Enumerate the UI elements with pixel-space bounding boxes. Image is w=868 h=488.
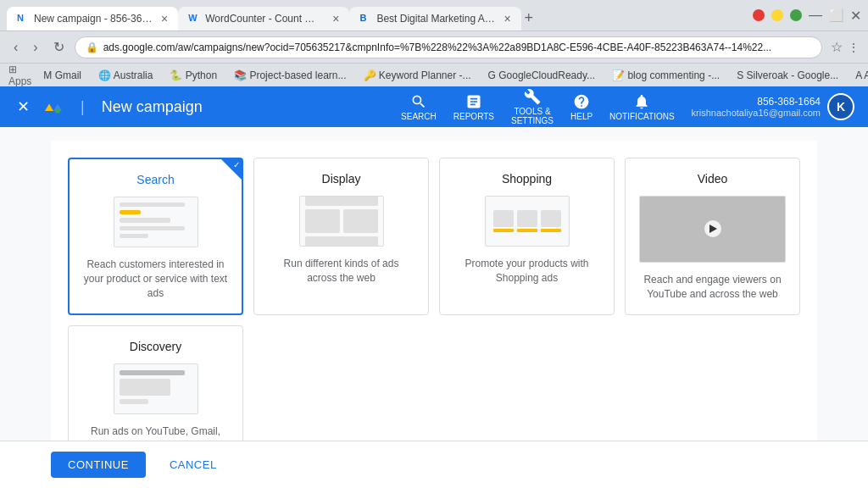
tab-bar-row: N New campaign - 856-368-1664 × W WordCo… — [0, 0, 868, 30]
shop-bar-1 — [493, 229, 514, 232]
address-text: ads.google.com/aw/campaigns/new?ocid=705… — [103, 42, 772, 53]
new-tab-button[interactable]: + — [521, 6, 537, 30]
illus-line-1 — [120, 202, 185, 207]
display-illustration — [299, 196, 384, 247]
traffic-light-green — [790, 9, 802, 21]
bookmark-gmail[interactable]: M Gmail — [38, 68, 86, 83]
ads-header: ✕ | New campaign SEARCH REPORTS TOOLS &S… — [0, 86, 868, 127]
help-nav-label: HELP — [570, 112, 593, 121]
reports-nav-label: REPORTS — [453, 112, 494, 121]
search-card-title: Search — [136, 173, 174, 186]
maximize-button[interactable]: ⬜ — [829, 8, 843, 22]
shop-bar-3 — [541, 229, 561, 232]
page-title: New campaign — [102, 98, 203, 116]
video-illustration — [639, 196, 786, 263]
footer: CONTINUE CANCEL — [0, 441, 868, 488]
ads-close-button[interactable]: ✕ — [14, 94, 33, 119]
display-block-4 — [305, 236, 378, 247]
illus-line-5 — [120, 234, 148, 238]
traffic-light-red — [753, 9, 765, 21]
campaign-type-section: Search Reach customers interested in you… — [51, 141, 817, 441]
tab-close-1[interactable]: × — [161, 12, 168, 25]
shop-item-2 — [517, 210, 537, 232]
header-nav: SEARCH REPORTS TOOLS &SETTINGS HELP NOTI… — [401, 88, 854, 125]
bookmark-python[interactable]: 🐍 Python — [164, 68, 222, 83]
shopping-card-title: Shopping — [502, 172, 552, 186]
apps-bookmark[interactable]: ⊞ Apps — [8, 64, 31, 87]
cancel-button[interactable]: CANCEL — [156, 452, 231, 478]
shopping-illustration — [485, 196, 570, 247]
campaign-type-shopping[interactable]: Shopping — [439, 158, 615, 315]
forward-button[interactable]: › — [28, 36, 42, 58]
play-button-icon — [704, 220, 721, 237]
discovery-illustration — [114, 363, 198, 414]
close-window-button[interactable]: ✕ — [850, 8, 861, 24]
continue-button[interactable]: CONTINUE — [51, 452, 146, 478]
disc-line-1 — [120, 370, 185, 375]
shop-img-2 — [517, 210, 537, 227]
search-nav-item[interactable]: SEARCH — [401, 93, 437, 121]
help-nav-item[interactable]: HELP — [570, 93, 593, 121]
campaign-type-video[interactable]: Video Reach and engage viewers on YouTub… — [625, 158, 800, 315]
display-card-description: Run different kinds of ads across the we… — [268, 257, 415, 286]
browser-chrome: N New campaign - 856-368-1664 × W WordCo… — [0, 0, 868, 86]
bookmark-gcloud[interactable]: G GoogleCloudReady... — [483, 68, 601, 83]
tab-favicon-3: B — [359, 13, 371, 25]
play-triangle-icon — [709, 225, 717, 233]
tools-nav-label: TOOLS &SETTINGS — [511, 107, 554, 125]
user-email: krishnachotaliya16@gmail.com — [692, 108, 821, 118]
bookmark-keyword[interactable]: 🔑 Keyword Planner -... — [359, 68, 476, 83]
campaign-type-search[interactable]: Search Reach customers interested in you… — [68, 158, 243, 315]
shop-item-3 — [541, 210, 561, 232]
bookmark-australia[interactable]: 🌐 Australia — [93, 68, 158, 83]
main-content: Search Reach customers interested in you… — [0, 127, 868, 441]
tab-title-2: WordCounter - Count Words &... — [205, 13, 324, 25]
tab-title-1: New campaign - 856-368-1664 — [34, 13, 153, 25]
app-container: N New campaign - 856-368-1664 × W WordCo… — [0, 0, 868, 488]
shop-img-3 — [541, 210, 561, 227]
bookmark-blog[interactable]: 📝 blog commenting -... — [607, 68, 725, 83]
star-icon[interactable]: ☆ — [831, 39, 843, 55]
search-nav-label: SEARCH — [401, 112, 437, 121]
display-card-title: Display — [322, 172, 361, 186]
reload-button[interactable]: ↻ — [48, 36, 70, 58]
campaign-types-grid: Search Reach customers interested in you… — [68, 158, 800, 315]
bookmarks-bar: ⊞ Apps M Gmail 🌐 Australia 🐍 Python 📚 Pr… — [0, 63, 868, 86]
search-card-description: Reach customers interested in your produ… — [83, 258, 228, 300]
notifications-nav-label: NOTIFICATIONS — [609, 112, 674, 121]
video-card-title: Video — [698, 172, 728, 186]
address-bar[interactable]: 🔒 ads.google.com/aw/campaigns/new?ocid=7… — [75, 36, 822, 58]
campaign-type-discovery[interactable]: Discovery Run ads on YouTube, Gmail, Dis… — [68, 325, 243, 441]
illus-line-4 — [120, 226, 185, 230]
discovery-card-title: Discovery — [130, 340, 181, 353]
tab-close-2[interactable]: × — [332, 12, 339, 25]
illus-line-3 — [120, 218, 170, 222]
tab-bar: N New campaign - 856-368-1664 × W WordCo… — [7, 0, 537, 30]
minimize-button[interactable]: — — [809, 8, 822, 23]
tab-new-campaign[interactable]: N New campaign - 856-368-1664 × — [7, 7, 178, 30]
user-avatar[interactable]: K — [827, 93, 854, 120]
video-card-description: Reach and engage viewers on YouTube and … — [639, 273, 786, 302]
user-phone: 856-368-1664 — [692, 96, 821, 108]
tab-close-3[interactable]: × — [504, 12, 510, 25]
bookmark-project[interactable]: 📚 Project-based learn... — [229, 68, 351, 83]
notifications-nav-item[interactable]: NOTIFICATIONS — [609, 93, 674, 121]
reports-nav-item[interactable]: REPORTS — [453, 93, 494, 121]
shop-img-1 — [493, 210, 514, 227]
shopping-card-description: Promote your products with Shopping ads — [453, 257, 600, 286]
campaign-type-display[interactable]: Display Run different kinds of ads acros… — [253, 158, 429, 315]
bookmark-silveroak[interactable]: S Silveroak - Google... — [732, 68, 843, 83]
svg-point-0 — [55, 108, 60, 114]
display-block-1 — [305, 196, 378, 206]
disc-line-3 — [120, 399, 148, 404]
tab-best-digital[interactable]: B Best Digital Marketing Agency in × — [349, 7, 520, 30]
bookmark-apparrant[interactable]: A Apparrant - Google... — [850, 68, 868, 83]
lock-icon: 🔒 — [86, 42, 98, 53]
tools-nav-item[interactable]: TOOLS &SETTINGS — [511, 88, 554, 125]
campaign-types-row2: Discovery Run ads on YouTube, Gmail, Dis… — [68, 325, 800, 441]
discovery-card-description: Run ads on YouTube, Gmail, Discover, and… — [82, 424, 229, 441]
tab-wordcounter[interactable]: W WordCounter - Count Words &... × — [178, 7, 349, 30]
extensions-icon: ⋮ — [848, 41, 860, 54]
tab-favicon-1: N — [17, 13, 29, 25]
back-button[interactable]: ‹ — [8, 36, 23, 58]
